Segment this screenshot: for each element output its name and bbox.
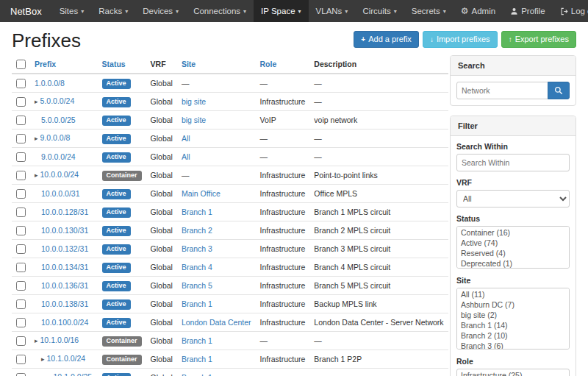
site-link[interactable]: Branch 3: [182, 244, 212, 253]
filter-option[interactable]: big site (2): [458, 310, 568, 320]
site-link[interactable]: Branch 5: [182, 281, 212, 290]
filter-option[interactable]: All (11): [458, 289, 568, 299]
user-icon: [510, 7, 518, 15]
status-filter-select[interactable]: Container (16)Active (74)Reserved (4)Dep…: [456, 226, 570, 269]
prefix-link[interactable]: 10.1.0.0/25: [54, 372, 93, 376]
row-checkbox[interactable]: [16, 226, 26, 235]
prefix-link[interactable]: 10.0.0.134/31: [41, 263, 88, 272]
site-link[interactable]: Branch 1: [182, 299, 212, 308]
row-checkbox[interactable]: [16, 318, 26, 327]
navbar-item[interactable]: Secrets ▾: [404, 0, 453, 22]
logout-link[interactable]: Log out: [553, 0, 588, 22]
status-badge: Active: [102, 263, 131, 273]
navbar-item[interactable]: Sites ▾: [52, 0, 92, 22]
prefix-link[interactable]: 10.0.0.130/31: [41, 226, 88, 235]
site-link[interactable]: All: [182, 134, 190, 143]
prefix-link[interactable]: 9.0.0.0/8: [40, 133, 71, 142]
prefix-link[interactable]: 5.0.0.0/24: [40, 96, 75, 105]
prefix-link[interactable]: 5.0.0.0/25: [41, 116, 76, 124]
prefix-link[interactable]: 1.0.0.0/8: [35, 79, 65, 88]
row-checkbox[interactable]: [16, 134, 26, 143]
row-checkbox[interactable]: [16, 263, 26, 272]
search-input[interactable]: [456, 82, 548, 99]
site-link[interactable]: Branch 1: [182, 373, 212, 376]
site-link[interactable]: London Data Center: [182, 318, 251, 327]
row-checkbox[interactable]: [16, 79, 26, 88]
filter-option[interactable]: Container (16): [458, 227, 568, 238]
navbar-item[interactable]: Racks ▾: [91, 0, 135, 22]
filter-option[interactable]: Branch 2 (10): [458, 330, 568, 341]
site-link[interactable]: Branch 1: [182, 355, 212, 363]
vrf-cell: Global: [146, 331, 177, 350]
prefix-link[interactable]: 10.0.0.0/31: [41, 189, 80, 198]
navbar-item[interactable]: VLANs ▾: [309, 0, 356, 22]
profile-link[interactable]: Profile: [503, 0, 553, 22]
filter-option[interactable]: Ashburn DC (7): [458, 299, 568, 310]
status-badge: Container: [102, 355, 142, 365]
description-cell: Branch 3 MPLS circuit: [309, 239, 448, 258]
row-checkbox[interactable]: [16, 355, 26, 364]
sort-status-link[interactable]: Status: [102, 60, 126, 68]
filter-option[interactable]: Active (74): [458, 238, 568, 248]
site-link[interactable]: Branch 2: [182, 226, 212, 235]
prefix-link[interactable]: 10.0.100.0/24: [41, 318, 88, 327]
caret-right-icon: ▸: [35, 171, 38, 179]
navbar-item[interactable]: Circuits ▾: [355, 0, 404, 22]
site-link[interactable]: All: [182, 152, 190, 161]
site-link[interactable]: big site: [182, 97, 206, 106]
sort-site-link[interactable]: Site: [182, 60, 196, 68]
navbar-item[interactable]: Connections ▾: [186, 0, 254, 22]
navbar-item[interactable]: IP Space ▾: [254, 0, 308, 22]
row-checkbox[interactable]: [16, 207, 26, 217]
prefix-link[interactable]: 10.0.0.0/24: [40, 170, 79, 179]
role-filter-select[interactable]: Infrastructure (25)Management (8)Private…: [456, 369, 570, 376]
prefix-link[interactable]: 10.0.0.136/31: [41, 281, 88, 290]
admin-link[interactable]: ⚙ Admin: [453, 0, 503, 22]
row-checkbox[interactable]: [16, 281, 26, 291]
row-checkbox[interactable]: [16, 171, 26, 180]
search-panel-title: Search: [451, 56, 576, 76]
prefix-link[interactable]: 10.0.0.128/31: [41, 207, 88, 216]
row-checkbox[interactable]: [16, 189, 26, 199]
prefix-link[interactable]: 10.1.0.0/24: [47, 354, 86, 363]
site-link[interactable]: Branch 1: [182, 336, 212, 345]
search-button[interactable]: [548, 82, 570, 99]
main-area: Prefix Status VRF Site Role Description …: [12, 55, 441, 376]
row-checkbox[interactable]: [16, 244, 26, 254]
chevron-down-icon: ▾: [394, 8, 397, 15]
filter-option[interactable]: Branch 3 (6): [458, 341, 568, 350]
vrf-cell: Global: [146, 74, 177, 93]
vrf-filter-select[interactable]: All: [456, 190, 570, 207]
prefix-link[interactable]: 10.0.0.138/31: [41, 299, 88, 308]
add-prefix-button[interactable]: + Add a prefix: [354, 31, 419, 48]
row-checkbox[interactable]: [16, 336, 26, 346]
row-checkbox[interactable]: [16, 299, 26, 309]
row-checkbox[interactable]: [16, 152, 26, 162]
select-all-checkbox[interactable]: [16, 60, 26, 69]
sort-prefix-link[interactable]: Prefix: [35, 60, 56, 68]
brand-link[interactable]: NetBox: [0, 0, 52, 22]
role-cell: Infrastructure: [256, 239, 310, 258]
export-prefixes-button[interactable]: ↑ Export prefixes: [501, 31, 576, 48]
site-link[interactable]: Branch 4: [182, 263, 212, 272]
navbar-item[interactable]: Devices ▾: [135, 0, 186, 22]
site-link[interactable]: big site: [182, 116, 206, 124]
status-badge: Active: [102, 189, 131, 199]
import-prefixes-button[interactable]: ↓ Import prefixes: [423, 31, 498, 48]
row-checkbox[interactable]: [16, 97, 26, 107]
site-link[interactable]: Branch 1: [182, 207, 212, 216]
table-row: ▸10.0.0.138/31 Active Global Branch 1 In…: [12, 294, 448, 313]
filter-option[interactable]: Deprecated (1): [458, 258, 568, 269]
row-checkbox[interactable]: [16, 373, 26, 376]
row-checkbox[interactable]: [16, 116, 26, 125]
filter-option[interactable]: Reserved (4): [458, 248, 568, 258]
filter-option[interactable]: Branch 1 (14): [458, 320, 568, 330]
site-link[interactable]: Main Office: [182, 189, 220, 198]
search-within-input[interactable]: [456, 154, 570, 171]
prefix-link[interactable]: 10.1.0.0/16: [40, 336, 79, 344]
prefix-link[interactable]: 9.0.0.0/24: [41, 152, 76, 161]
site-filter-select[interactable]: All (11)Ashburn DC (7)big site (2)Branch…: [456, 288, 570, 350]
prefix-link[interactable]: 10.0.0.132/31: [41, 244, 88, 253]
sort-role-link[interactable]: Role: [260, 60, 277, 68]
filter-option[interactable]: Infrastructure (25): [458, 370, 568, 376]
